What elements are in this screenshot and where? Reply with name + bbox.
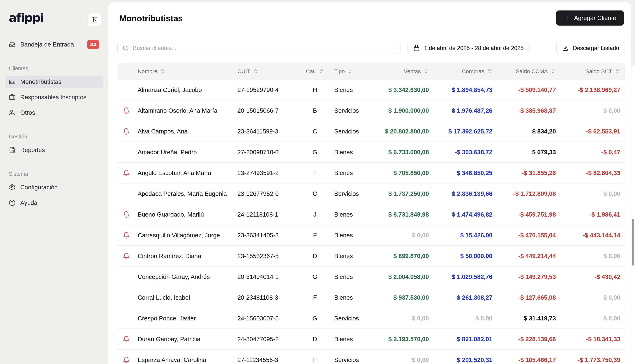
cell-name: Angulo Escobar, Ana María: [135, 170, 235, 176]
main-panel: Monotributistas Agregar Cliente 1 de abr…: [108, 2, 631, 364]
table-row[interactable]: Angulo Escobar, Ana María23-27493591-2IB…: [117, 163, 625, 184]
sort-chevrons-icon[interactable]: [550, 68, 556, 74]
sidebar-item-reportes[interactable]: Reportes: [5, 144, 103, 156]
download-list-button[interactable]: Descargar Listado: [556, 42, 625, 54]
sort-chevrons-icon[interactable]: [160, 68, 165, 74]
cell-ccma: -$ 509.140,77: [497, 86, 561, 94]
table-row[interactable]: Carrasquillo Villagómez, Jorge23-3634140…: [117, 225, 625, 246]
sidebar-collapse-button[interactable]: [88, 13, 101, 26]
search-box: [117, 42, 400, 54]
cell-cat: D: [301, 252, 329, 260]
column-header-ccma[interactable]: Saldo CCMA: [497, 68, 561, 74]
sidebar-group: Reportes: [0, 144, 108, 156]
cell-name: Carrasquillo Villagómez, Jorge: [135, 232, 235, 239]
table-row[interactable]: Concepción Garay, Andrés20-31494014-1GBi…: [117, 266, 625, 287]
cell-cuit: 20-15015066-7: [235, 107, 301, 114]
gear-icon: [9, 184, 16, 191]
sidebar-item-monotributistas[interactable]: Monotributistas: [5, 76, 103, 88]
cell-cuit: 24-30477095-2: [235, 336, 301, 343]
cell-ventas: $ 0,00: [373, 315, 434, 322]
page-scrollbar-thumb[interactable]: [632, 219, 634, 266]
column-header-cat[interactable]: Cat.: [301, 68, 329, 74]
cell-ccma: -$ 127.665,08: [497, 294, 561, 301]
column-header-cuit[interactable]: CUIT: [235, 68, 301, 74]
table-row[interactable]: Esparza Amaya, Carolina27-11234556-3FSer…: [117, 350, 625, 364]
cell-name: Concepción Garay, Andrés: [135, 273, 235, 280]
date-range-button[interactable]: 1 de abril de 2025 - 28 de abril de 2025: [407, 42, 530, 54]
cell-cat: F: [301, 294, 329, 301]
sort-chevrons-icon[interactable]: [253, 68, 258, 74]
cell-name: Bueno Guardado, Marilú: [135, 211, 235, 218]
column-label: Compras: [462, 68, 484, 74]
table-row[interactable]: Crespo Ponce, Javier24-15603007-5GServic…: [117, 308, 625, 329]
bell-alert-icon: [123, 232, 130, 239]
table-row[interactable]: Alva Campos, Ana23-36411599-3CServicios$…: [117, 121, 625, 142]
cell-alert: [117, 356, 135, 364]
sidebar-item-inbox[interactable]: Bandeja de Entrada 44: [5, 38, 103, 51]
search-input[interactable]: [132, 45, 395, 52]
plus-icon: [564, 15, 570, 21]
cell-sct: $ 0,00: [561, 294, 625, 301]
sidebar-item-configuraci-n[interactable]: Configuración: [5, 181, 103, 194]
cell-sct: -$ 443.144,14: [561, 232, 625, 239]
cell-cuit: 27-20098710-0: [235, 149, 301, 156]
cell-ccma: $ 834,20: [497, 128, 561, 135]
cell-compras: $ 15.426,00: [434, 232, 497, 239]
table-row[interactable]: Durán Garibay, Patricia24-30477095-2DBie…: [117, 329, 625, 350]
sidebar-item-responsables-inscriptos[interactable]: Responsables Inscriptos: [5, 91, 103, 104]
column-header-tipo[interactable]: Tipo: [329, 68, 373, 74]
sidebar-item-label: Bandeja de Entrada: [20, 41, 74, 48]
id-card-icon: [9, 78, 16, 85]
cell-sct: $ 0,00: [561, 315, 625, 322]
cell-sct: -$ 0,47: [561, 149, 625, 156]
cell-cuit: 24-15603007-5: [235, 315, 301, 322]
column-header-ventas[interactable]: Ventas: [373, 68, 434, 74]
cell-sct: -$ 1.773.750,39: [561, 356, 625, 364]
cell-tipo: Bienes: [329, 211, 373, 218]
column-header-compras[interactable]: Compras: [434, 68, 497, 74]
table-row[interactable]: Amador Ureña, Pedro27-20098710-0GBienes$…: [117, 142, 625, 163]
cell-cuit: 24-12118108-1: [235, 211, 301, 218]
cell-compras: $ 1.029.582,76: [434, 273, 497, 280]
help-circle-icon: [9, 200, 16, 206]
sort-chevrons-icon[interactable]: [615, 68, 620, 74]
table-row[interactable]: Cintrón Ramírez, Diana23-15532367-5DBien…: [117, 246, 625, 266]
cell-cuit: 20-23481108-3: [235, 294, 301, 301]
table-row[interactable]: Bueno Guardado, Marilú24-12118108-1JBien…: [117, 204, 625, 225]
sidebar-item-ayuda[interactable]: Ayuda: [5, 196, 103, 209]
sort-chevrons-icon[interactable]: [423, 68, 429, 74]
cell-cuit: 20-31494014-1: [235, 273, 301, 280]
cell-sct: -$ 1.986,41: [561, 211, 625, 218]
cell-tipo: Bienes: [329, 294, 373, 301]
sort-chevrons-icon[interactable]: [347, 68, 353, 74]
date-range-label: 1 de abril de 2025 - 28 de abril de 2025: [424, 45, 524, 52]
add-client-button-label: Agregar Cliente: [574, 14, 616, 22]
table-row[interactable]: Apodaca Perales, María Eugenia23-1267795…: [117, 184, 625, 204]
table-body: Almanza Curiel, Jacobo27-19529790-4HBien…: [117, 80, 625, 364]
column-label: Saldo SCT: [585, 68, 612, 74]
cell-ccma: -$ 149.279,53: [497, 273, 561, 280]
bell-alert-icon: [123, 356, 130, 364]
bell-alert-icon: [123, 170, 130, 176]
add-client-button[interactable]: Agregar Cliente: [556, 10, 624, 26]
sort-chevrons-icon[interactable]: [319, 68, 324, 74]
cell-tipo: Servicios: [329, 128, 373, 135]
sidebar-item-label: Otros: [20, 109, 35, 116]
cell-ventas: $ 705.850,00: [373, 170, 434, 176]
column-header-sct[interactable]: Saldo SCT: [561, 68, 625, 74]
table-row[interactable]: Almanza Curiel, Jacobo27-19529790-4HBien…: [117, 80, 625, 100]
sort-chevrons-icon[interactable]: [487, 68, 492, 74]
page-header: Monotributistas Agregar Cliente: [108, 2, 631, 36]
cell-cuit: 23-15532367-5: [235, 252, 301, 260]
cell-tipo: Bienes: [329, 232, 373, 239]
app-logo: afippi: [9, 12, 44, 24]
sidebar-item-otros[interactable]: Otros: [5, 106, 103, 119]
table-header-row: NombreCUITCat.TipoVentasComprasSaldo CCM…: [117, 63, 625, 80]
column-header-name[interactable]: Nombre: [135, 68, 235, 74]
cell-cat: H: [301, 86, 329, 94]
cell-compras: $ 17.392.625,72: [434, 128, 497, 135]
table-row[interactable]: Corral Lucio, Isabel20-23481108-3FBienes…: [117, 287, 625, 308]
table-row[interactable]: Altamirano Osorio, Ana María20-15015066-…: [117, 100, 625, 121]
cell-name: Esparza Amaya, Carolina: [135, 356, 235, 364]
cell-compras: $ 201.520,31: [434, 356, 497, 364]
